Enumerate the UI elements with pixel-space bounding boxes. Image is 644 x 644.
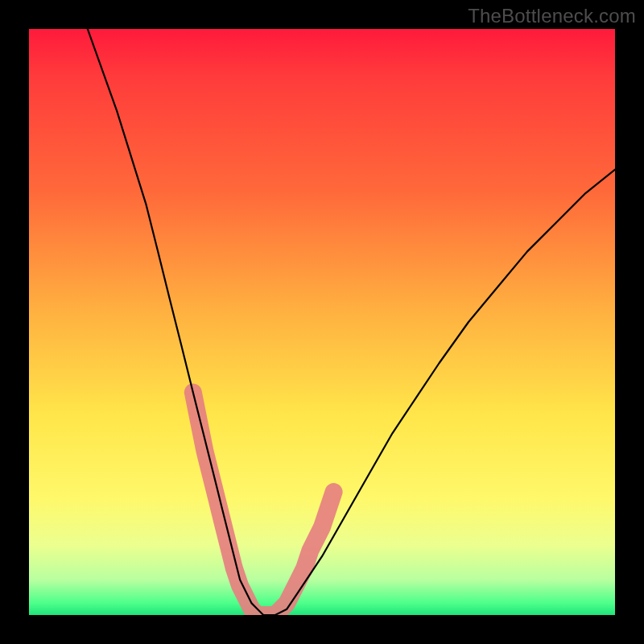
- gpu-cluster-highlight: [193, 392, 334, 615]
- watermark-text: TheBottleneck.com: [468, 5, 636, 27]
- plot-area: [29, 29, 615, 615]
- bottleneck-curve: [88, 29, 615, 615]
- chart-svg: [29, 29, 615, 615]
- chart-frame: TheBottleneck.com: [0, 0, 644, 644]
